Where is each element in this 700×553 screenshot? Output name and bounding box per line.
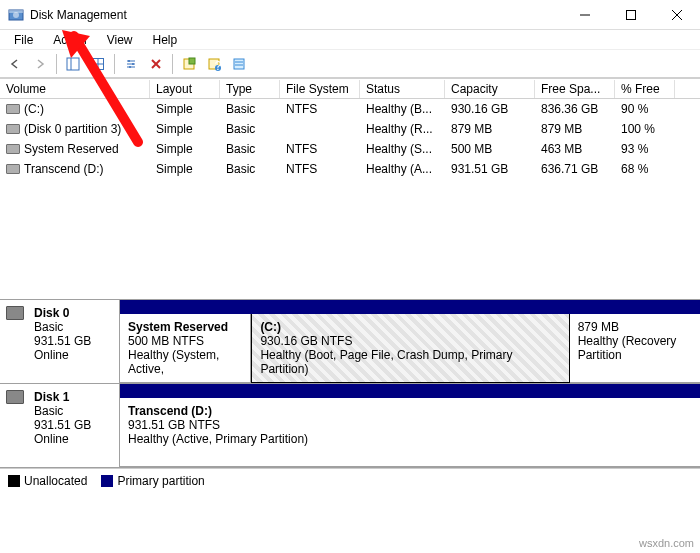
minimize-button[interactable] xyxy=(562,0,608,30)
list-button[interactable] xyxy=(228,53,250,75)
disk-state: Online xyxy=(34,432,111,446)
col-pfree[interactable]: % Free xyxy=(615,80,675,98)
menu-help[interactable]: Help xyxy=(143,33,188,47)
col-fs[interactable]: File System xyxy=(280,80,360,98)
disk-name: Disk 1 xyxy=(34,390,111,404)
cell-type: Basic xyxy=(220,101,280,117)
cell-layout: Simple xyxy=(150,101,220,117)
cell-free: 879 MB xyxy=(535,121,615,137)
legend-primary: Primary partition xyxy=(101,474,204,488)
partition-status: Healthy (Active, Primary Partition) xyxy=(128,432,692,446)
help-button[interactable]: ? xyxy=(203,53,225,75)
watermark: wsxdn.com xyxy=(639,537,694,549)
partition-size: 879 MB xyxy=(578,320,692,334)
disk-row: Disk 0 Basic 931.51 GB Online System Res… xyxy=(0,300,700,384)
cell-pfree: 68 % xyxy=(615,161,675,177)
col-volume[interactable]: Volume xyxy=(0,80,150,98)
cell-pfree: 90 % xyxy=(615,101,675,117)
disk-graphic-view: Disk 0 Basic 931.51 GB Online System Res… xyxy=(0,299,700,468)
cell-status: Healthy (A... xyxy=(360,161,445,177)
disk-header[interactable]: Disk 0 Basic 931.51 GB Online xyxy=(0,300,120,383)
svg-rect-7 xyxy=(67,58,79,70)
toolbar-sep xyxy=(172,54,173,74)
volume-cell: System Reserved xyxy=(0,141,150,157)
menu-view[interactable]: View xyxy=(97,33,143,47)
cell-status: Healthy (R... xyxy=(360,121,445,137)
app-icon xyxy=(8,7,24,23)
svg-rect-22 xyxy=(234,59,244,69)
table-row[interactable]: (Disk 0 partition 3) Simple Basic Health… xyxy=(0,119,700,139)
disk-size: 931.51 GB xyxy=(34,418,111,432)
close-button[interactable] xyxy=(654,0,700,30)
partition[interactable]: (C:) 930.16 GB NTFS Healthy (Boot, Page … xyxy=(251,314,569,383)
disk-name: Disk 0 xyxy=(34,306,111,320)
cell-fs xyxy=(280,128,360,130)
cell-type: Basic xyxy=(220,161,280,177)
delete-button[interactable] xyxy=(145,53,167,75)
titlebar: Disk Management xyxy=(0,0,700,30)
partition-title: (C:) xyxy=(260,320,560,334)
cell-type: Basic xyxy=(220,121,280,137)
toolbar: ? xyxy=(0,50,700,78)
partition-status: Healthy (System, Active, xyxy=(128,348,242,376)
cell-capacity: 930.16 GB xyxy=(445,101,535,117)
partition[interactable]: Transcend (D:) 931.51 GB NTFS Healthy (A… xyxy=(120,398,700,467)
cell-capacity: 500 MB xyxy=(445,141,535,157)
refresh-button[interactable] xyxy=(87,53,109,75)
swatch-navy xyxy=(101,475,113,487)
partition-title: System Reserved xyxy=(128,320,242,334)
cell-type: Basic xyxy=(220,141,280,157)
volume-name: System Reserved xyxy=(24,142,119,156)
drive-icon xyxy=(6,124,20,134)
disk-type: Basic xyxy=(34,320,111,334)
cell-free: 636.71 GB xyxy=(535,161,615,177)
col-type[interactable]: Type xyxy=(220,80,280,98)
svg-point-13 xyxy=(132,63,134,65)
menu-action[interactable]: Action xyxy=(43,33,96,47)
partition[interactable]: 879 MB Healthy (Recovery Partition xyxy=(570,314,700,383)
svg-point-12 xyxy=(128,60,130,62)
legend-unalloc-label: Unallocated xyxy=(24,474,87,488)
col-capacity[interactable]: Capacity xyxy=(445,80,535,98)
partition-size: 930.16 GB NTFS xyxy=(260,334,560,348)
partition-status: Healthy (Boot, Page File, Crash Dump, Pr… xyxy=(260,348,560,376)
col-status[interactable]: Status xyxy=(360,80,445,98)
empty-space xyxy=(0,179,700,299)
col-free[interactable]: Free Spa... xyxy=(535,80,615,98)
legend-unallocated: Unallocated xyxy=(8,474,87,488)
menu-file[interactable]: File xyxy=(4,33,43,47)
volume-cell: (C:) xyxy=(0,101,150,117)
back-button[interactable] xyxy=(4,53,26,75)
table-row[interactable]: (C:) Simple Basic NTFS Healthy (B... 930… xyxy=(0,99,700,119)
properties-button[interactable] xyxy=(178,53,200,75)
disk-icon xyxy=(6,306,24,320)
color-band xyxy=(120,300,700,314)
volume-list: Volume Layout Type File System Status Ca… xyxy=(0,78,700,179)
drive-icon xyxy=(6,144,20,154)
cell-status: Healthy (B... xyxy=(360,101,445,117)
cell-free: 836.36 GB xyxy=(535,101,615,117)
cell-capacity: 931.51 GB xyxy=(445,161,535,177)
cell-fs: NTFS xyxy=(280,161,360,177)
maximize-button[interactable] xyxy=(608,0,654,30)
partition[interactable]: System Reserved 500 MB NTFS Healthy (Sys… xyxy=(120,314,251,383)
partition-title: Transcend (D:) xyxy=(128,404,692,418)
disk-icon xyxy=(6,390,24,404)
show-hide-tree-button[interactable] xyxy=(62,53,84,75)
color-band xyxy=(120,384,700,398)
disk-header[interactable]: Disk 1 Basic 931.51 GB Online xyxy=(0,384,120,467)
table-row[interactable]: Transcend (D:) Simple Basic NTFS Healthy… xyxy=(0,159,700,179)
toolbar-sep xyxy=(56,54,57,74)
svg-rect-4 xyxy=(627,10,636,19)
partition-size: 500 MB NTFS xyxy=(128,334,242,348)
partition-status: Healthy (Recovery Partition xyxy=(578,334,692,362)
svg-point-14 xyxy=(129,66,131,68)
cell-layout: Simple xyxy=(150,141,220,157)
svg-text:?: ? xyxy=(215,59,221,71)
partition-size: 931.51 GB NTFS xyxy=(128,418,692,432)
forward-button[interactable] xyxy=(29,53,51,75)
cell-fs: NTFS xyxy=(280,101,360,117)
col-layout[interactable]: Layout xyxy=(150,80,220,98)
settings-button[interactable] xyxy=(120,53,142,75)
table-row[interactable]: System Reserved Simple Basic NTFS Health… xyxy=(0,139,700,159)
